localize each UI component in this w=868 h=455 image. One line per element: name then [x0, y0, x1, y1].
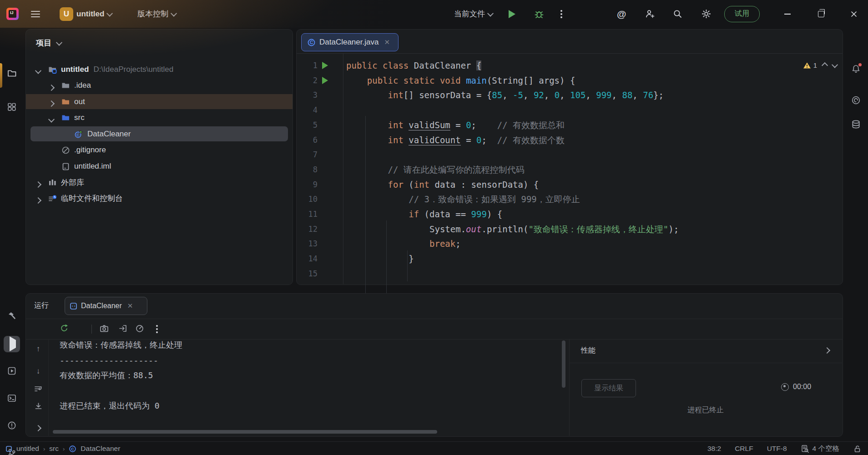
tree-collapse-chevron[interactable]	[36, 67, 40, 75]
code-line-5: 5 int validSum = 0; // 有效数据总和	[297, 118, 843, 133]
file-encoding[interactable]: UTF-8	[767, 445, 787, 453]
performance-header[interactable]: 性能	[569, 339, 842, 363]
tree-expand-chevron[interactable]	[49, 84, 54, 92]
line-separator[interactable]: CRLF	[735, 445, 753, 453]
breadcrumb-separator: ›	[43, 445, 45, 452]
chevron-right-icon[interactable]	[824, 347, 830, 354]
tree-expand-chevron[interactable]	[49, 100, 54, 108]
timer-widget: 00:00	[781, 383, 811, 391]
tree-item-idea[interactable]: .idea	[26, 78, 293, 94]
tree-item-src[interactable]: src	[26, 110, 293, 126]
trial-button[interactable]: 试用	[724, 0, 760, 28]
services-icon	[7, 366, 16, 377]
close-tab-icon[interactable]: ✕	[384, 38, 390, 46]
tool-button-ai-assistant[interactable]	[848, 92, 864, 108]
run-toolbar-more-button[interactable]	[151, 324, 162, 335]
tree-label: .idea	[74, 81, 91, 90]
more-actions-button[interactable]	[560, 0, 562, 28]
database-icon	[851, 120, 861, 129]
code-text: // 3．致命错误：如果遇到 999，立即停止	[346, 192, 580, 207]
run-toolbar-gauge-button[interactable]	[134, 324, 145, 335]
title-bar: IJ U untitled 版本控制 当前文件 @ 试用	[0, 0, 868, 28]
tree-expand-chevron[interactable]	[36, 180, 40, 189]
tree-item-out[interactable]: out	[26, 94, 293, 110]
breadcrumb-item[interactable]: src	[49, 445, 59, 453]
camera-icon	[100, 324, 109, 335]
restore-button[interactable]	[815, 0, 827, 28]
tool-button-problems[interactable]	[4, 418, 20, 435]
line-number: 2	[297, 73, 318, 88]
run-line-icon[interactable]	[322, 77, 328, 84]
minimize-button[interactable]	[782, 0, 793, 28]
project-name: untitled	[76, 10, 104, 19]
console-icon	[70, 302, 77, 310]
tree-collapse-chevron[interactable]	[49, 116, 54, 124]
project-widget[interactable]: U untitled	[60, 0, 112, 28]
search-everywhere-button[interactable]	[672, 0, 683, 28]
show-result-button[interactable]: 显示结果	[581, 379, 636, 397]
tool-button-more[interactable]	[4, 127, 20, 144]
run-toolbar-stop-button[interactable]	[78, 324, 89, 335]
run-toolbar-camera-button[interactable]	[99, 324, 110, 335]
console-soft-wrap-button[interactable]	[33, 384, 44, 395]
close-tab-icon[interactable]: ✕	[127, 302, 133, 310]
code-text: int validCount = 0; // 有效数据个数	[346, 133, 565, 148]
main-menu-button[interactable]	[31, 0, 40, 28]
tree-item-untitled[interactable]: untitledD:\IdeaProjects\untitled	[26, 61, 293, 77]
tool-button-run[interactable]	[4, 336, 20, 352]
breadcrumb-separator: ›	[63, 445, 65, 452]
console-gutter-divider	[48, 339, 49, 436]
console-collapse-button[interactable]	[33, 423, 44, 434]
console-up-arrow-button[interactable]: ↑	[33, 344, 44, 355]
up-arrow-icon: ↑	[36, 345, 40, 354]
folder-orange-icon	[61, 97, 70, 106]
run-button[interactable]	[509, 0, 515, 28]
debug-button[interactable]	[534, 0, 545, 28]
run-line-icon[interactable]	[322, 62, 328, 69]
tabbar-divider	[297, 53, 843, 54]
run-toolbar-rerun-button[interactable]	[59, 324, 70, 335]
svg-text:C: C	[71, 447, 75, 451]
tool-button-project-folder[interactable]	[4, 66, 20, 82]
code-line-3: 3 int[] sensorData = {85, -5, 92, 0, 105…	[297, 88, 843, 103]
console-scroll-to-end-button[interactable]	[33, 401, 44, 412]
attach-icon	[118, 324, 127, 335]
project-panel-header[interactable]: 项目	[36, 38, 61, 48]
tree-item-临时文件和控制台[interactable]: 临时文件和控制台	[26, 190, 293, 206]
ai-assistant-button[interactable]: @	[617, 0, 626, 28]
run-toolbar-attach-button[interactable]	[117, 324, 128, 335]
run-config-label: 当前文件	[454, 9, 485, 19]
vertical-scrollbar[interactable]	[562, 340, 565, 388]
settings-button[interactable]	[701, 0, 712, 28]
editor-tab-datacleaner[interactable]: C DataCleaner.java ✕	[301, 33, 399, 51]
tool-button-services[interactable]	[4, 364, 20, 380]
code-text: for (int data : sensorData) {	[346, 177, 539, 192]
close-button[interactable]	[848, 0, 860, 28]
code-with-me-button[interactable]	[645, 0, 656, 28]
run-tab-label: DataCleaner	[81, 302, 122, 310]
tree-item-gitignore[interactable]: .gitignore	[26, 142, 293, 158]
caret-position[interactable]: 38:2	[707, 445, 721, 453]
tool-button-structure[interactable]	[4, 99, 20, 115]
tree-item-untitled-iml[interactable]: untitled.iml	[26, 158, 293, 174]
run-config-selector[interactable]: 当前文件	[454, 0, 493, 28]
indent-widget[interactable]: 4 个空格	[801, 444, 839, 454]
tool-button-database[interactable]	[848, 116, 864, 132]
lock-widget[interactable]	[853, 445, 862, 453]
breadcrumb-item[interactable]: DataCleaner	[81, 445, 120, 453]
run-tab-datacleaner[interactable]: DataCleaner ✕	[65, 297, 147, 315]
tree-item-外部库[interactable]: 外部库	[26, 175, 293, 190]
tree-item-datacleaner[interactable]: CDataCleaner	[26, 126, 293, 142]
tree-expand-chevron[interactable]	[36, 196, 40, 205]
tool-button-notifications-bell[interactable]	[848, 60, 864, 77]
console-down-arrow-button[interactable]: ↓	[33, 366, 44, 377]
breadcrumb-item[interactable]: untitled	[16, 445, 39, 453]
ai-at-icon: @	[617, 9, 626, 20]
vcs-widget[interactable]: 版本控制	[137, 0, 176, 28]
tool-button-terminal[interactable]	[4, 391, 20, 407]
code-line-8: 8 // 请在此处编写你的流程控制代码	[297, 162, 843, 177]
code-text: System.out.println("致命错误：传感器掉线，终止处理");	[346, 222, 679, 237]
tree-label: src	[74, 113, 85, 122]
tool-button-build[interactable]	[4, 308, 20, 325]
horizontal-scrollbar[interactable]	[53, 430, 437, 434]
